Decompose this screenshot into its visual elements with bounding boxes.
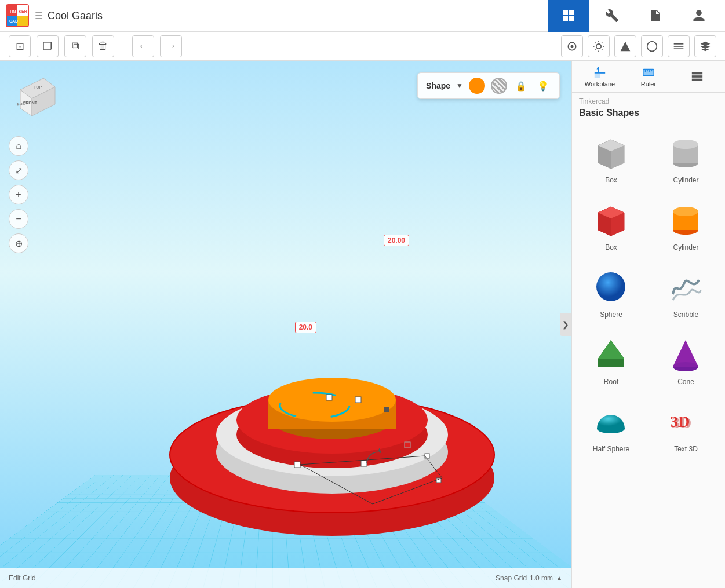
svg-rect-39 xyxy=(355,397,361,403)
shape-thumb-cylinder-orange xyxy=(666,199,706,240)
svg-text:TIN: TIN xyxy=(9,9,16,13)
shape-lock-icon[interactable]: 🔒 xyxy=(513,78,529,94)
light-button[interactable] xyxy=(588,35,610,57)
shape-color-orange[interactable] xyxy=(469,78,485,94)
svg-point-75 xyxy=(673,140,698,149)
shape-label-box-red: Box xyxy=(605,243,617,251)
shape-light-icon[interactable]: 💡 xyxy=(535,78,551,94)
shape-item-cylinder-orange[interactable]: Cylinder xyxy=(651,195,720,256)
svg-rect-41 xyxy=(405,442,410,448)
svg-rect-8 xyxy=(569,10,574,15)
shape-label-cone: Cone xyxy=(677,378,694,386)
canvas-area[interactable]: Shape ▼ 🔒 💡 xyxy=(0,61,571,588)
ruler-button[interactable]: Ruler xyxy=(626,64,671,90)
title-menu-icon[interactable]: ☰ xyxy=(35,10,43,21)
shape-label-sphere-blue: Sphere xyxy=(600,311,622,319)
snap-grid-arrow[interactable]: ▲ xyxy=(556,574,563,582)
svg-rect-40 xyxy=(384,407,389,412)
svg-point-23 xyxy=(647,41,657,51)
svg-rect-38 xyxy=(326,395,332,400)
mirror-button[interactable] xyxy=(694,35,716,57)
svg-rect-61 xyxy=(643,69,654,75)
circle-tool-button[interactable] xyxy=(641,35,663,57)
panel-toggle-button[interactable]: ❯ xyxy=(560,313,571,336)
project-title: ☰ Cool Gaaris xyxy=(35,10,103,22)
shape-item-sphere-blue[interactable]: Sphere xyxy=(577,262,646,323)
svg-rect-3 xyxy=(17,16,28,26)
sidebar-top-toolbar: Workplane Ruler xyxy=(572,61,725,93)
undo-button[interactable]: ← xyxy=(132,35,154,57)
workplane-button[interactable]: Workplane xyxy=(578,64,622,90)
user-button[interactable] xyxy=(679,0,719,32)
edit-grid-label[interactable]: Edit Grid xyxy=(9,574,36,582)
svg-text:FRONT: FRONT xyxy=(23,101,38,105)
svg-rect-26 xyxy=(674,48,684,49)
copy-button[interactable]: ❐ xyxy=(37,35,59,57)
duplicate-button[interactable]: ⧉ xyxy=(64,35,86,57)
zoom-out-button[interactable]: − xyxy=(9,209,28,229)
shape-label-half-sphere: Half Sphere xyxy=(593,445,629,453)
shape-item-box-grey[interactable]: Box xyxy=(577,127,646,189)
shape-item-cone[interactable]: Cone xyxy=(651,329,720,390)
tools-button[interactable] xyxy=(592,0,632,32)
delete-button[interactable]: 🗑 xyxy=(92,35,114,57)
shape-label-text3d: Text 3D xyxy=(674,445,698,453)
shape-item-half-sphere[interactable]: Half Sphere xyxy=(577,396,646,458)
shape-item-scribble[interactable]: Scribble xyxy=(651,262,720,323)
shape-thumb-half-sphere xyxy=(591,401,632,441)
svg-line-21 xyxy=(602,42,602,43)
home-nav-button[interactable]: ⌂ xyxy=(9,136,28,156)
svg-rect-10 xyxy=(569,16,574,21)
view-cube[interactable]: TOP FRONT FRONT xyxy=(12,72,64,125)
ruler-label: Ruler xyxy=(641,81,656,87)
svg-point-83 xyxy=(596,272,625,301)
right-sidebar: Workplane Ruler xyxy=(571,61,725,588)
svg-marker-86 xyxy=(598,359,624,367)
shape-color-striped[interactable] xyxy=(491,78,507,94)
shape-thumb-scribble xyxy=(666,266,706,307)
toolbar-sep-1 xyxy=(123,38,123,55)
shape-item-roof[interactable]: Roof xyxy=(577,329,646,390)
svg-rect-67 xyxy=(692,75,702,78)
snap-grid-label: Snap Grid xyxy=(496,574,527,582)
shape-label: Shape xyxy=(426,81,450,90)
svg-rect-57 xyxy=(595,72,605,74)
align-button[interactable] xyxy=(668,35,690,57)
camera-button[interactable] xyxy=(561,35,583,57)
toolbar-right xyxy=(561,35,716,57)
export-nav-button[interactable] xyxy=(635,0,676,32)
zoom-in-button[interactable]: + xyxy=(9,185,28,204)
basic-shapes-label: Basic Shapes xyxy=(572,107,725,123)
shape-label-cylinder-orange: Cylinder xyxy=(673,243,698,251)
svg-line-20 xyxy=(595,49,596,50)
shape-item-text3d[interactable]: 3D 3D Text 3D xyxy=(651,396,720,458)
settings-nav-button[interactable]: ⊕ xyxy=(9,233,28,253)
redo-button[interactable]: → xyxy=(160,35,182,57)
shape-settings-box: Shape ▼ 🔒 💡 xyxy=(417,72,560,99)
dimension-label-2: 20.0 xyxy=(295,322,316,333)
shape-dropdown-arrow[interactable]: ▼ xyxy=(456,82,463,90)
svg-rect-7 xyxy=(563,10,568,15)
svg-marker-22 xyxy=(621,41,631,51)
snap-grid-value: 1.0 mm xyxy=(530,574,553,582)
svg-point-82 xyxy=(673,207,698,216)
svg-marker-85 xyxy=(598,340,624,359)
shape-label-box-grey: Box xyxy=(605,176,617,184)
fit-nav-button[interactable]: ⤢ xyxy=(9,160,28,180)
new-design-button[interactable]: ⊡ xyxy=(9,35,31,57)
shape-label-scribble: Scribble xyxy=(673,311,698,319)
dimension-label-1: 20.00 xyxy=(384,235,409,246)
shape-thumb-roof xyxy=(591,334,632,374)
shape-item-box-red[interactable]: Box xyxy=(577,195,646,256)
snap-grid-control: Snap Grid 1.0 mm ▲ xyxy=(496,574,563,582)
grid-view-button[interactable] xyxy=(548,0,589,32)
shape-tool-button[interactable] xyxy=(614,35,636,57)
shape-item-cylinder-grey[interactable]: Cylinder xyxy=(651,127,720,189)
svg-rect-25 xyxy=(674,46,684,47)
project-name-label: Cool Gaaris xyxy=(48,10,103,22)
shape-thumb-text3d: 3D 3D xyxy=(666,401,706,441)
shape-label-roof: Roof xyxy=(604,378,618,386)
more-button[interactable] xyxy=(675,64,719,90)
svg-rect-44 xyxy=(425,454,429,458)
svg-line-17 xyxy=(602,49,602,50)
